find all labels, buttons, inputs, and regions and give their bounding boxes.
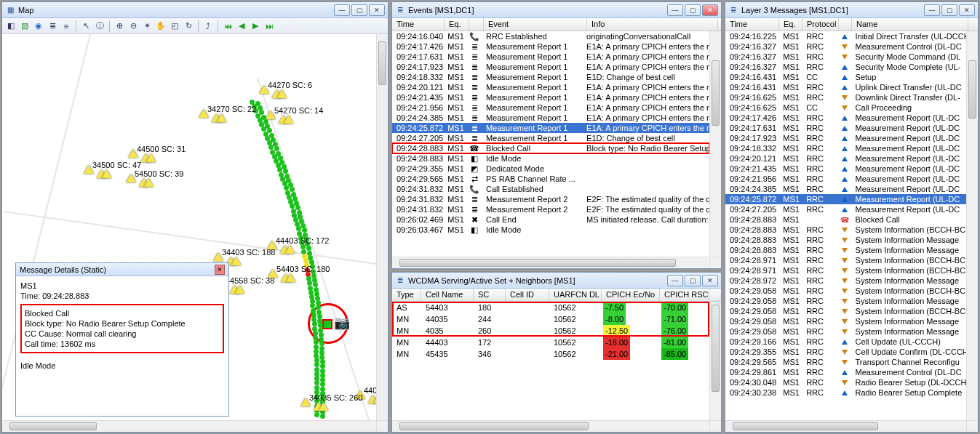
layer3-row[interactable]: 09:24:29.058MS1RRCSystem Information (BC… — [725, 286, 966, 296]
vertical-scrollbar[interactable] — [709, 31, 721, 257]
layer3-col-header[interactable]: Eq. — [779, 18, 802, 31]
events-table[interactable]: 09:24:16.040MS1📞RRC Establishedoriginati… — [392, 31, 709, 257]
close-icon[interactable]: ✕ — [215, 265, 225, 275]
events-col-header[interactable]: Info — [587, 18, 718, 31]
legend-icon[interactable]: ≡ — [60, 20, 72, 32]
maximize-button[interactable]: ▢ — [685, 275, 701, 286]
events-row[interactable]: 09:24:29.355MS1◩Dedicated Mode — [392, 164, 709, 174]
vertical-scrollbar[interactable] — [376, 34, 388, 420]
layer3-row[interactable]: 09:24:16.431MS1RRCUplink Direct Transfer… — [725, 82, 966, 92]
layer3-row[interactable]: 09:24:21.435MS1RRCMeasurement Report (UL… — [725, 164, 966, 174]
layer3-row[interactable]: 09:24:29.058MS1RRCSystem Information Mes… — [725, 316, 966, 326]
layer3-row[interactable]: 09:24:17.426MS1RRCMeasurement Report (UL… — [725, 113, 966, 123]
cell-site[interactable]: 34270 SC: 22 — [199, 109, 229, 119]
zoom-box-icon[interactable]: ◰ — [169, 20, 180, 32]
layer3-row[interactable]: 09:24:28.971MS1RRCSystem Information (BC… — [725, 265, 966, 276]
cell-site[interactable]: 34500 SC: 47 — [84, 165, 114, 175]
wcdma-header-row[interactable]: TypeCell NameSCCell IDUARFCN DLCPICH Ec/… — [392, 289, 721, 302]
events-row[interactable]: 09:24:31.832MS1≣Measurement Report 2E2F:… — [392, 204, 709, 214]
layer3-row[interactable]: 09:24:29.058MS1RRCSystem Information Mes… — [725, 326, 966, 337]
wcdma-col-header[interactable]: UARFCN DL — [549, 289, 602, 301]
events-row[interactable]: 09:24:21.956MS1≣Measurement Report 1E1A:… — [392, 103, 709, 113]
events-row[interactable]: 09:24:29.565MS1⇄PS RAB Channel Rate ... — [392, 174, 709, 184]
wcdma-row[interactable]: AS5440318010562-7.50-70.00 — [392, 302, 709, 313]
events-titlebar[interactable]: ≣ Events [MS1,DC1] — ▢ ✕ — [392, 2, 721, 18]
events-row[interactable]: 09:24:25.872MS1≣Measurement Report 1E1A:… — [392, 123, 709, 133]
events-row[interactable]: 09:24:16.040MS1📞RRC Establishedoriginati… — [392, 31, 709, 41]
minimize-button[interactable]: — — [667, 275, 683, 286]
layer3-row[interactable]: 09:24:28.883MS1RRCSystem Information (BC… — [725, 225, 966, 235]
layer3-row[interactable]: 09:24:29.861MS1RRCMeasurement Control (D… — [725, 367, 966, 377]
wcdma-row[interactable]: MN4403524410562-8.00-71.00 — [392, 313, 709, 325]
events-col-header[interactable]: Time — [392, 18, 445, 31]
wcdma-col-header[interactable]: Cell ID — [506, 289, 549, 301]
layer3-row[interactable]: 09:24:16.327MS1RRCSecurity Mode Command … — [725, 52, 966, 62]
events-row[interactable]: 09:24:31.832MS1≣Measurement Report 2E2F:… — [392, 194, 709, 204]
close-button[interactable]: ✕ — [369, 4, 385, 16]
events-row[interactable]: 09:24:18.332MS1≣Measurement Report 1E1D:… — [392, 72, 709, 82]
layer3-row[interactable]: 09:24:17.923MS1RRCMeasurement Report (UL… — [725, 133, 966, 143]
horizontal-scrollbar[interactable] — [392, 257, 709, 268]
cell-site[interactable]: 54270 SC: 14 — [266, 110, 296, 121]
layer3-row[interactable]: 09:24:28.883MS1RRCSystem Information Mes… — [725, 245, 966, 255]
layer3-row[interactable]: 09:24:29.058MS1RRCSystem Information Mes… — [725, 296, 966, 306]
globe-icon[interactable]: ◉ — [33, 20, 44, 32]
horizontal-scrollbar[interactable] — [725, 420, 966, 432]
layer3-row[interactable]: 09:24:27.205MS1RRCMeasurement Report (UL… — [725, 204, 966, 214]
layer3-row[interactable]: 09:24:28.883MS1Blocked Call — [725, 214, 966, 225]
layer3-header-row[interactable]: TimeEq.ProtocolName — [725, 18, 978, 31]
events-col-header[interactable]: Event — [484, 18, 587, 31]
events-row[interactable]: 09:24:27.205MS1≣Measurement Report 1E1D:… — [392, 133, 709, 143]
maximize-button[interactable]: ▢ — [351, 4, 367, 16]
layer3-row[interactable]: 09:24:16.625MS1CCCall Proceeding — [725, 103, 966, 113]
minimize-button[interactable]: — — [924, 4, 940, 16]
close-button[interactable]: ✕ — [702, 275, 718, 286]
layer3-row[interactable]: 09:24:16.625MS1RRCDownlink Direct Transf… — [725, 92, 966, 103]
layer3-row[interactable]: 09:24:29.058MS1RRCSystem Information (BC… — [725, 306, 966, 316]
map-titlebar[interactable]: ▦ Map — ▢ ✕ — [2, 2, 388, 18]
close-button[interactable]: ✕ — [702, 4, 718, 16]
events-row[interactable]: 09:24:17.426MS1≣Measurement Report 1E1A:… — [392, 41, 709, 52]
layers-icon[interactable]: ≣ — [47, 20, 58, 32]
vertical-scrollbar[interactable] — [709, 302, 721, 420]
minimize-button[interactable]: — — [334, 4, 350, 16]
events-row[interactable]: 09:24:21.435MS1≣Measurement Report 1E1A:… — [392, 92, 709, 103]
nav-prev-icon[interactable]: ◀ — [236, 20, 247, 32]
wcdma-col-header[interactable]: CPICH Ec/No — [602, 289, 660, 301]
layer3-row[interactable]: 09:24:17.631MS1RRCMeasurement Report (UL… — [725, 123, 966, 133]
minimize-button[interactable]: — — [667, 4, 683, 16]
maximize-button[interactable]: ▢ — [685, 4, 701, 16]
cell-site[interactable]: 44500 SC: 31 — [128, 149, 159, 159]
events-row[interactable]: 09:24:20.121MS1≣Measurement Report 1E1A:… — [392, 82, 709, 92]
layer3-row[interactable]: 09:24:20.121MS1RRCMeasurement Report (UL… — [725, 153, 966, 164]
layer3-row[interactable]: 09:24:29.166MS1RRCCell Update (UL-CCCH) — [725, 337, 966, 347]
layer3-row[interactable]: 09:24:29.565MS1RRCTransport Channel Reco… — [725, 357, 966, 367]
nav-next-icon[interactable]: ▶ — [250, 20, 261, 32]
zoom-out-icon[interactable]: ⊖ — [127, 20, 139, 32]
wcdma-col-header[interactable]: Type — [392, 289, 421, 301]
pan-icon[interactable]: ✋ — [155, 20, 167, 32]
events-col-header[interactable]: Eq. — [445, 18, 469, 31]
events-row[interactable]: 09:26:02.469MS1✖Call EndMS initiated rel… — [392, 214, 709, 225]
layer3-row[interactable]: 09:24:18.332MS1RRCMeasurement Report (UL… — [725, 143, 966, 153]
layer3-row[interactable]: 09:24:16.225MS1RRCInitial Direct Transfe… — [725, 31, 966, 41]
layer3-row[interactable]: 09:24:30.238MS1RRCRadio Bearer Setup Com… — [725, 387, 966, 398]
layer3-row[interactable]: 09:24:28.972MS1RRCSystem Information Mes… — [725, 276, 966, 286]
layer3-row[interactable]: 09:24:21.956MS1RRCMeasurement Report (UL… — [725, 174, 966, 184]
wcdma-col-header[interactable]: Cell Name — [421, 289, 474, 301]
cell-site[interactable]: 34035 SC: 260 — [300, 398, 331, 408]
layer3-row[interactable]: 09:24:30.048MS1RRCRadio Bearer Setup (DL… — [725, 377, 966, 387]
wcdma-titlebar[interactable]: ≣ WCDMA Serving/Active Set + Neighbors [… — [392, 273, 721, 289]
cell-site[interactable]: 34403 SC: 188 — [213, 252, 244, 262]
layer-b-icon[interactable]: ▧ — [19, 20, 31, 32]
layer3-table[interactable]: 09:24:16.225MS1RRCInitial Direct Transfe… — [725, 31, 966, 420]
wcdma-row[interactable]: MN4440317210562-18.00-81.00 — [392, 337, 709, 348]
layer3-row[interactable]: 09:24:28.971MS1RRCSystem Information (BC… — [725, 255, 966, 265]
cell-site[interactable]: 54500 SC: 39 — [126, 174, 156, 184]
zoom-in-icon[interactable]: ⊕ — [113, 20, 125, 32]
horizontal-scrollbar[interactable] — [392, 420, 709, 432]
wcdma-table[interactable]: AS5440318010562-7.50-70.00MN440352441056… — [392, 302, 709, 420]
wcdma-col-header[interactable]: SC — [474, 289, 506, 301]
layer3-row[interactable]: 09:24:16.431MS1CCSetup — [725, 72, 966, 82]
maximize-button[interactable]: ▢ — [941, 4, 957, 16]
